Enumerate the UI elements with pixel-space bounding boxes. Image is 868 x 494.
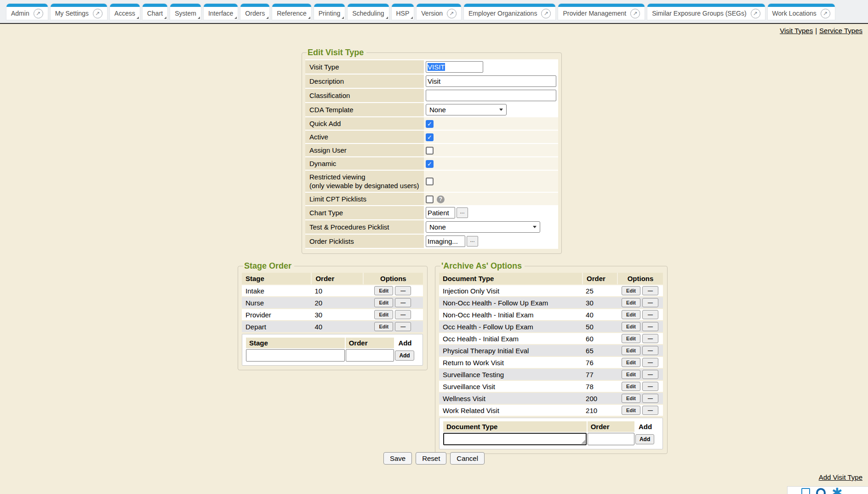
tab-body: HSP bbox=[392, 7, 414, 20]
edit-button[interactable]: Edit bbox=[374, 286, 393, 295]
restricted-viewing-checkbox[interactable] bbox=[426, 178, 434, 185]
stage-add-input-row: Add bbox=[246, 349, 419, 362]
asterisk-icon[interactable]: ✱ bbox=[832, 488, 842, 494]
dynamic-checkbox[interactable] bbox=[426, 160, 434, 168]
remove-button[interactable]: — bbox=[642, 406, 658, 415]
archive-add-order-input[interactable] bbox=[588, 433, 634, 445]
add-visit-type-link[interactable]: Add Visit Type bbox=[819, 473, 862, 481]
stage-order-cell: 20 bbox=[311, 297, 362, 308]
nav-tab-provider-management[interactable]: Provider Management↗ bbox=[558, 4, 645, 20]
limit-cpt-picklists-checkbox[interactable] bbox=[426, 195, 434, 203]
stage-add-order-cell bbox=[346, 349, 394, 362]
tab-accent-bar bbox=[558, 4, 645, 7]
options-buttons: Edit— bbox=[622, 382, 658, 391]
remove-button[interactable]: — bbox=[642, 358, 658, 367]
archive-add-button[interactable]: Add bbox=[635, 434, 654, 444]
edit-button[interactable]: Edit bbox=[622, 370, 640, 379]
active-checkbox[interactable] bbox=[426, 133, 434, 141]
edit-button[interactable]: Edit bbox=[622, 310, 640, 319]
archive-add-header-row: Document TypeOrderAdd bbox=[443, 421, 659, 432]
archive-add-name-input[interactable] bbox=[443, 433, 587, 445]
stage-add-box: StageOrderAddAdd bbox=[242, 334, 423, 366]
stage-add-order-input[interactable] bbox=[346, 349, 394, 362]
edit-button[interactable]: Edit bbox=[622, 346, 640, 355]
options-buttons: Edit— bbox=[622, 346, 658, 355]
nav-tab-employer-organizations[interactable]: Employer Organizations↗ bbox=[464, 4, 555, 20]
save-button[interactable]: Save bbox=[383, 452, 412, 465]
remove-button[interactable]: — bbox=[642, 382, 658, 391]
stage-order-fieldset: Stage Order StageOrderOptionsIntake10Edi… bbox=[238, 261, 428, 370]
archive-row: Return to Work Visit76Edit— bbox=[439, 357, 663, 368]
nav-tab-scheduling[interactable]: Scheduling bbox=[348, 4, 388, 20]
edit-button[interactable]: Edit bbox=[622, 286, 640, 295]
remove-button[interactable]: — bbox=[642, 322, 658, 331]
stage-add-button[interactable]: Add bbox=[395, 350, 414, 361]
help-icon[interactable]: ? bbox=[437, 195, 445, 203]
visit-type-input[interactable]: VISIT bbox=[426, 61, 483, 73]
nav-tab-similar-exposure-groups-segs[interactable]: Similar Exposure Groups (SEGs)↗ bbox=[647, 4, 765, 20]
nav-tab-version[interactable]: Version↗ bbox=[417, 4, 461, 20]
nav-tab-system[interactable]: System bbox=[170, 4, 201, 20]
nav-tab-admin[interactable]: Admin↗ bbox=[6, 4, 48, 20]
remove-button[interactable]: — bbox=[642, 370, 658, 379]
nav-tab-orders[interactable]: Orders bbox=[240, 4, 269, 20]
remove-button[interactable]: — bbox=[642, 346, 658, 355]
nav-tab-printing[interactable]: Printing bbox=[314, 4, 345, 20]
edit-button[interactable]: Edit bbox=[374, 298, 393, 307]
edit-button[interactable]: Edit bbox=[622, 394, 640, 403]
edit-button[interactable]: Edit bbox=[622, 358, 640, 367]
document-icon[interactable] bbox=[801, 488, 810, 494]
edit-button[interactable]: Edit bbox=[622, 334, 640, 343]
edit-button[interactable]: Edit bbox=[374, 310, 393, 319]
remove-button[interactable]: — bbox=[395, 310, 411, 319]
refresh-icon[interactable] bbox=[816, 488, 826, 494]
assign-user-checkbox[interactable] bbox=[426, 147, 434, 155]
external-link-icon: ↗ bbox=[541, 9, 551, 18]
remove-button[interactable]: — bbox=[395, 286, 411, 295]
remove-button[interactable]: — bbox=[642, 394, 658, 403]
stage-order-table: StageOrderOptionsIntake10Edit—Nurse20Edi… bbox=[242, 272, 423, 333]
remove-button[interactable]: — bbox=[395, 298, 411, 307]
classification-input[interactable] bbox=[426, 90, 556, 101]
stage-add-name-input[interactable] bbox=[246, 349, 345, 362]
tab-body: My Settings↗ bbox=[51, 7, 107, 20]
options-buttons: Edit— bbox=[622, 322, 658, 331]
visit-types-link[interactable]: Visit Types bbox=[780, 27, 813, 34]
stage-col-stage: Stage bbox=[242, 273, 311, 284]
tab-body: System bbox=[170, 7, 201, 20]
chart-type-browse-button[interactable]: ... bbox=[457, 207, 468, 218]
order-picklists-input[interactable]: Imaging... bbox=[426, 236, 465, 247]
edit-button[interactable]: Edit bbox=[622, 382, 640, 391]
chart-type-input[interactable]: Patient bbox=[426, 207, 455, 218]
nav-tab-my-settings[interactable]: My Settings↗ bbox=[51, 4, 107, 20]
cda-template-select[interactable]: None bbox=[426, 104, 507, 115]
cancel-button[interactable]: Cancel bbox=[450, 452, 485, 465]
edit-button[interactable]: Edit bbox=[622, 298, 640, 307]
menu-dropdown-corner-icon bbox=[386, 17, 388, 19]
edit-button[interactable]: Edit bbox=[374, 322, 393, 331]
nav-tab-work-locations[interactable]: Work Locations↗ bbox=[768, 4, 835, 20]
field-label: Chart Type bbox=[305, 206, 424, 219]
remove-button[interactable]: — bbox=[642, 286, 658, 295]
quick-add-checkbox[interactable] bbox=[426, 120, 434, 128]
order-picklists-browse-button[interactable]: ... bbox=[467, 236, 478, 247]
nav-tab-access[interactable]: Access bbox=[110, 4, 140, 20]
remove-button[interactable]: — bbox=[395, 322, 411, 331]
nav-tab-chart[interactable]: Chart bbox=[143, 4, 167, 20]
remove-button[interactable]: — bbox=[642, 334, 658, 343]
form-row-dynamic: Dynamic bbox=[305, 157, 558, 170]
reset-button[interactable]: Reset bbox=[416, 452, 446, 465]
archive-add-col-add: Add bbox=[635, 421, 659, 432]
nav-tab-interface[interactable]: Interface bbox=[204, 4, 238, 20]
stage-name-cell: Provider bbox=[242, 309, 311, 320]
edit-button[interactable]: Edit bbox=[622, 322, 640, 331]
nav-tab-hsp[interactable]: HSP bbox=[392, 4, 414, 20]
description-input[interactable]: Visit bbox=[426, 75, 556, 87]
service-types-link[interactable]: Service Types bbox=[819, 27, 862, 34]
edit-button[interactable]: Edit bbox=[622, 406, 640, 415]
edit-visit-type-fieldset: Edit Visit Type Visit TypeVISITDescripti… bbox=[302, 48, 562, 254]
remove-button[interactable]: — bbox=[642, 298, 658, 307]
nav-tab-reference[interactable]: Reference bbox=[272, 4, 311, 20]
test-procedures-picklist-select[interactable]: None bbox=[426, 221, 540, 233]
remove-button[interactable]: — bbox=[642, 310, 658, 319]
